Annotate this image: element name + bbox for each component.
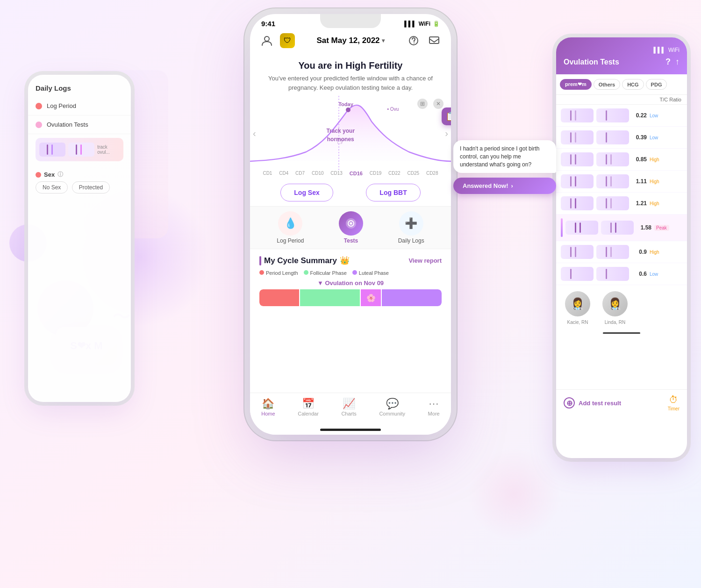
add-test-label: Add test result: [579, 400, 621, 407]
right-help-icon[interactable]: ?: [665, 57, 671, 67]
svg-point-9: [350, 222, 352, 225]
home-icon: 🏠: [262, 398, 274, 410]
test-value-3: 0.85: [632, 156, 647, 163]
timer-label: Timer: [668, 406, 680, 411]
tab-calendar[interactable]: 📅 Calendar: [298, 398, 319, 416]
nurse2-name: Linda, RN: [605, 320, 625, 325]
nurse2-avatar: 👩‍⚕️: [601, 290, 629, 318]
date-dropdown-arrow: ▾: [382, 37, 385, 44]
tab-more[interactable]: ⋯ More: [428, 398, 440, 416]
cd22-label: CD22: [388, 171, 401, 176]
cd10-label: CD10: [312, 171, 324, 176]
cd4-label: CD4: [279, 171, 288, 176]
test-row-5: 1.21 High: [556, 193, 687, 215]
phone-notch: [320, 14, 381, 28]
log-buttons-row: Log Sex Log BBT: [250, 179, 451, 206]
signal-icon: ▌▌▌: [404, 21, 416, 27]
log-bbt-button[interactable]: Log BBT: [366, 184, 420, 201]
log-period-item[interactable]: Log Period: [28, 97, 131, 115]
timer-button[interactable]: ⏱ Timer: [668, 394, 680, 411]
quick-nav-bar: 💧 Log Period Tests ➕ Daily Logs: [250, 206, 451, 249]
ovulation-tests-item[interactable]: Ovulation Tests: [28, 115, 131, 134]
app-header: 🛡 Sat May 12, 2022 ▾: [250, 29, 451, 53]
no-sex-badge[interactable]: No Sex: [36, 181, 68, 194]
log-period-nav[interactable]: 💧 Log Period: [277, 211, 304, 244]
tab-charts[interactable]: 📈 Charts: [341, 398, 356, 416]
tab-home[interactable]: 🏠 Home: [261, 398, 275, 416]
view-report-link[interactable]: View report: [408, 257, 442, 264]
luteal-legend: Luteal Phase: [359, 270, 389, 276]
chart-next-button[interactable]: ›: [445, 128, 448, 139]
nurse1-avatar: 👩‍⚕️: [564, 290, 592, 318]
svg-point-4: [346, 108, 350, 112]
ovulation-tests-label: Ovulation Tests: [47, 121, 88, 128]
test-strip-7: [561, 245, 594, 259]
protected-badge[interactable]: Protected: [72, 181, 110, 194]
ovu-label: • Ovu: [387, 104, 399, 113]
test-value-4: 1.11: [632, 178, 647, 185]
right-home-indicator: [603, 332, 640, 334]
test-row-1: 0.22 Low: [556, 105, 687, 127]
tab-hcg[interactable]: HCG: [622, 79, 644, 90]
chart-prev-button[interactable]: ‹: [253, 128, 256, 139]
tab-pdg[interactable]: PDG: [646, 79, 667, 90]
test-strip-5b: [596, 196, 629, 210]
test-strip-2b: [596, 130, 629, 144]
svg-point-0: [265, 36, 269, 41]
test-row-peak: 1.58 Peak: [556, 215, 687, 241]
reply-btn-text: Answered Now!: [463, 182, 508, 189]
header-date[interactable]: Sat May 12, 2022 ▾: [316, 36, 384, 45]
timer-icon: ⏱: [669, 394, 678, 405]
log-sex-button[interactable]: Log Sex: [280, 184, 333, 201]
cd1-label: CD1: [263, 171, 272, 176]
test-strip-1: [561, 108, 594, 122]
test-strip-7b: [596, 245, 629, 259]
test-level-7: High: [650, 250, 665, 255]
support-icon[interactable]: [406, 33, 421, 48]
chart-action-button[interactable]: ⊞: [417, 99, 428, 109]
right-header-title-row: Ovulation Tests ? ↑: [564, 57, 680, 67]
bg-decoration-2: [467, 448, 561, 541]
add-test-button[interactable]: ⊕ Add test result: [564, 397, 621, 409]
wifi-icon: WiFi: [419, 21, 430, 27]
daily-logs-title: Daily Logs: [36, 84, 71, 92]
daily-logs-nav[interactable]: ➕ Daily Logs: [398, 211, 424, 244]
peak-bar: 🌸: [361, 289, 381, 306]
cycle-summary-title: My Cycle Summary: [264, 256, 337, 265]
right-phone-tabs: prem❤m Others HCG PDG: [556, 74, 687, 95]
cycle-summary-section: My Cycle Summary 👑 View report Period Le…: [250, 249, 451, 313]
test-level-peak: Peak: [654, 225, 669, 231]
more-icon: ⋯: [429, 398, 439, 410]
chat-message-bubble: I hadn't a period since I got birth cont…: [453, 140, 556, 173]
sex-title-label: Sex: [44, 171, 55, 178]
chat-reply-button[interactable]: Answered Now! ›: [453, 178, 556, 194]
test-strip-1b: [596, 108, 629, 122]
daily-logs-nav-label: Daily Logs: [398, 237, 424, 244]
tests-nav-label: Tests: [344, 237, 358, 244]
sex-info-icon: ⓘ: [57, 171, 63, 179]
cycle-bar: 🌸: [259, 289, 442, 306]
test-strip-4b: [596, 174, 629, 188]
log-period-label: Log Period: [47, 102, 76, 109]
chart-close-button[interactable]: ✕: [433, 99, 443, 109]
test-row-4: 1.11 High: [556, 171, 687, 193]
tab-community[interactable]: 💬 Community: [379, 398, 405, 416]
tab-premom[interactable]: prem❤m: [560, 79, 592, 90]
profile-icon[interactable]: [259, 33, 274, 48]
cd28-label: CD28: [426, 171, 438, 176]
right-share-icon[interactable]: ↑: [675, 57, 680, 67]
test-row-8: 0.6 Low: [556, 263, 687, 285]
test-strip-8b: [596, 267, 629, 281]
tab-others[interactable]: Others: [594, 79, 620, 90]
message-icon[interactable]: [427, 33, 442, 48]
test-strip-3b: [596, 152, 629, 166]
period-dot: [36, 103, 42, 109]
charts-icon: 📈: [343, 398, 355, 410]
sex-section: Sex ⓘ No Sex Protected: [28, 165, 131, 199]
main-phone: 9:41 ▌▌▌ WiFi 🔋 🛡 Sat May 12, 2022 ▾: [250, 14, 451, 435]
test-strip-5: [561, 196, 594, 210]
tests-nav[interactable]: Tests: [339, 211, 363, 244]
cd-labels: CD1 CD4 CD7 CD10 CD13 CD16 CD19 CD22 CD2…: [250, 171, 451, 176]
floating-note-button[interactable]: 📋: [442, 108, 451, 125]
test-value-2: 0.39: [632, 134, 647, 141]
